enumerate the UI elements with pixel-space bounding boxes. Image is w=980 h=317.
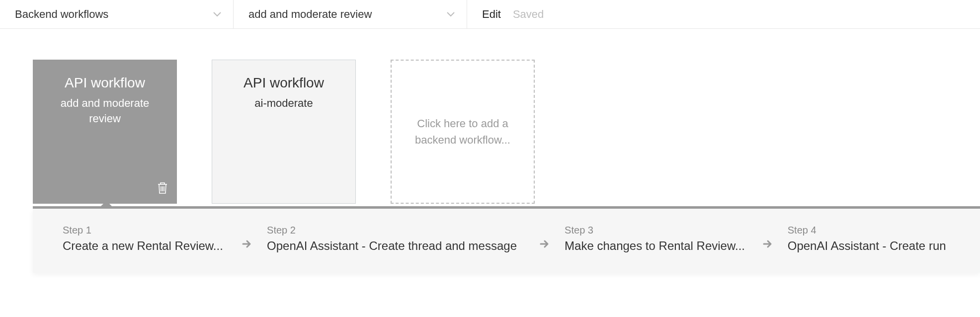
- step-label: Step 2: [267, 225, 524, 236]
- arrow-right-icon: [747, 238, 788, 249]
- section-dropdown-label: Backend workflows: [15, 8, 108, 21]
- steps-panel: Step 1 Create a new Rental Review... Ste…: [33, 206, 980, 273]
- workflow-dropdown-label: add and moderate review: [248, 8, 372, 21]
- workflow-step[interactable]: Step 3 Make changes to Rental Review...: [565, 225, 747, 253]
- step-label: Step 4: [788, 225, 965, 236]
- step-label: Step 3: [565, 225, 747, 236]
- workflow-step[interactable]: Step 2 OpenAI Assistant - Create thread …: [267, 225, 524, 253]
- edit-link[interactable]: Edit: [482, 8, 501, 21]
- add-workflow-card[interactable]: Click here to add a backend workflow...: [391, 60, 535, 204]
- steps-row: Step 1 Create a new Rental Review... Ste…: [33, 209, 980, 273]
- workflow-card-subtitle: ai-moderate: [240, 96, 327, 111]
- workflow-card-subtitle: add and moderate review: [33, 96, 176, 127]
- workflow-card-selected[interactable]: API workflow add and moderate review: [33, 60, 177, 204]
- step-description: Create a new Rental Review...: [63, 239, 226, 253]
- step-description: OpenAI Assistant - Create run: [788, 239, 965, 253]
- arrow-right-icon: [226, 238, 267, 249]
- saved-status: Saved: [513, 8, 544, 21]
- workflow-canvas: API workflow add and moderate review API…: [0, 29, 980, 204]
- workflow-step[interactable]: Step 1 Create a new Rental Review...: [63, 225, 226, 253]
- workflow-card-title: API workflow: [244, 75, 324, 91]
- chevron-down-icon: [447, 10, 455, 19]
- workflow-card-title: API workflow: [65, 75, 145, 91]
- step-label: Step 1: [63, 225, 226, 236]
- toolbar-status: Edit Saved: [467, 0, 544, 28]
- top-toolbar: Backend workflows add and moderate revie…: [0, 0, 980, 29]
- workflow-step[interactable]: Step 4 OpenAI Assistant - Create run: [788, 225, 965, 253]
- workflow-dropdown[interactable]: add and moderate review: [234, 0, 467, 28]
- section-dropdown[interactable]: Backend workflows: [0, 0, 234, 28]
- step-description: OpenAI Assistant - Create thread and mes…: [267, 239, 524, 253]
- arrow-right-icon: [524, 238, 565, 249]
- step-description: Make changes to Rental Review...: [565, 239, 747, 253]
- trash-icon[interactable]: [157, 181, 168, 196]
- selected-card-pointer: [99, 201, 113, 208]
- chevron-down-icon: [213, 10, 221, 19]
- workflow-cards-row: API workflow add and moderate review API…: [33, 60, 980, 204]
- add-workflow-text: Click here to add a backend workflow...: [411, 115, 514, 148]
- workflow-card[interactable]: API workflow ai-moderate: [212, 60, 356, 204]
